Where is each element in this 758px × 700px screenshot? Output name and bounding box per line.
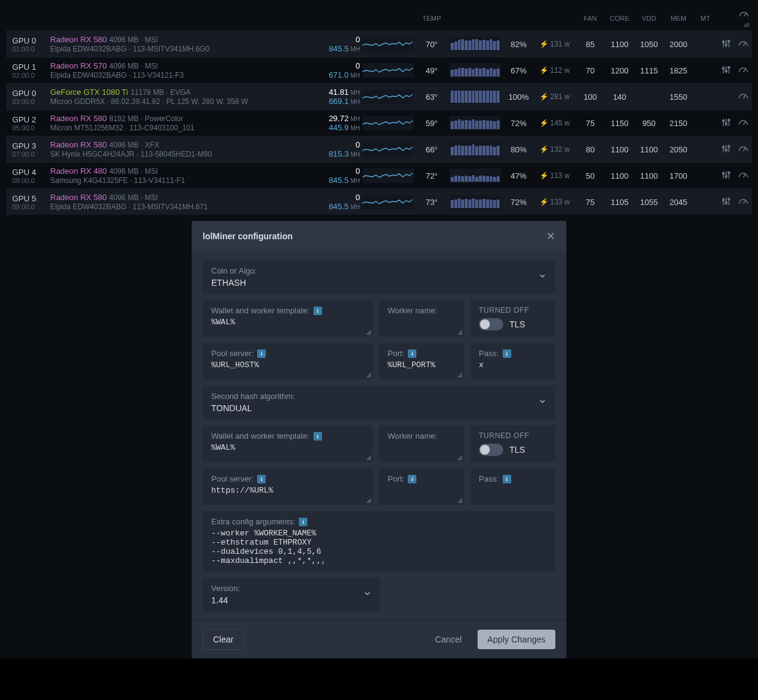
gpu-row[interactable]: GPU 3 07:00.0 Radeon RX 580 4096 MB · XF…	[6, 136, 752, 162]
tune-icon[interactable]	[718, 196, 735, 209]
info-icon[interactable]: i	[313, 307, 322, 315]
pool-server-field-2[interactable]: Pool server:i https://%URL%	[203, 468, 373, 505]
pass-field-1[interactable]: Pass:i x	[470, 343, 555, 379]
second-algo-select[interactable]: Second hash algorithm: TONDUAL	[203, 385, 555, 419]
gpu-meta: 4096 MB · XFX	[110, 141, 159, 149]
gpu-vdd: 1055	[634, 198, 664, 207]
tls-switch-2[interactable]	[479, 444, 503, 456]
gpu-meta: 4096 MB · MSI	[110, 35, 158, 44]
chevron-down-icon	[538, 272, 547, 282]
svg-point-21	[728, 119, 730, 121]
svg-point-5	[726, 43, 727, 45]
svg-point-20	[726, 122, 727, 124]
gpu-id: GPU 5	[6, 194, 50, 203]
dialog-title: lolMiner configuration	[203, 231, 293, 241]
load-bars	[449, 37, 501, 51]
hashrate-1: 41.81	[329, 88, 349, 97]
gpu-bus: 02:00.0	[6, 72, 50, 79]
info-icon[interactable]: i	[313, 432, 322, 441]
gpu-model: Radeon RX 580	[50, 193, 107, 202]
gpu-bus: 03:00.0	[6, 98, 50, 105]
temp-sparkline	[362, 168, 414, 183]
info-icon[interactable]: i	[257, 475, 266, 483]
svg-point-28	[728, 145, 730, 147]
gpu-bus: 05:00.0	[6, 124, 50, 132]
gpu-table-header: TEMP FAN CORE VDD MEM MT all	[6, 6, 752, 31]
version-select[interactable]: Version: 1.44	[203, 578, 380, 611]
tune-icon[interactable]	[718, 169, 735, 182]
svg-line-43	[743, 200, 746, 203]
gpu-row[interactable]: GPU 1 02:00.0 Radeon RX 570 4096 MB · MS…	[6, 57, 752, 83]
tls-switch-1[interactable]	[479, 318, 503, 330]
pass-field-2[interactable]: Pass:i	[470, 468, 555, 505]
svg-point-40	[722, 199, 724, 201]
worker-name-field-2[interactable]: Worker name:	[379, 425, 464, 462]
tune-icon[interactable]	[718, 38, 735, 51]
tune-icon[interactable]	[718, 117, 735, 130]
port-field-1[interactable]: Port:i %URL_PORT%	[379, 343, 464, 379]
overclock-icon[interactable]	[735, 38, 752, 51]
miner-config-dialog: lolMiner configuration ✕ Coin or Algo: E…	[192, 221, 566, 658]
svg-point-33	[722, 173, 724, 174]
svg-point-6	[728, 40, 730, 42]
gpu-meta: 4096 MB · MSI	[110, 193, 158, 202]
overclock-icon[interactable]	[735, 91, 752, 103]
gpu-table: TEMP FAN CORE VDD MEM MT all GPU 0 01:00…	[0, 0, 758, 221]
pool-server-field-1[interactable]: Pool server:i %URL_HOST%	[203, 343, 373, 379]
wallet-template-field-2[interactable]: Wallet and worker template:i %WAL%	[203, 425, 373, 462]
overclock-icon[interactable]	[735, 196, 752, 209]
clear-button[interactable]: Clear	[203, 629, 244, 650]
gpu-mem: 1825	[664, 66, 693, 75]
gpu-row[interactable]: GPU 4 08:00.0 Radeon RX 480 4096 MB · MS…	[6, 162, 752, 188]
gpu-row[interactable]: GPU 0 03:00.0 GeForce GTX 1080 Ti 11178 …	[6, 83, 752, 110]
gpu-row[interactable]: GPU 2 05:00.0 Radeon RX 580 8192 MB · Po…	[6, 110, 752, 136]
overclock-all-button[interactable]: all	[735, 9, 752, 28]
gpu-model: Radeon RX 580	[50, 140, 107, 149]
gpu-meta: 8192 MB · PowerColor	[110, 114, 184, 123]
extra-args-field[interactable]: Extra config arguments:i --worker %WORKE…	[203, 511, 555, 572]
second-algo-label: Second hash algorithm:	[211, 392, 295, 401]
info-icon[interactable]: i	[408, 349, 416, 358]
temp-sparkline	[362, 37, 414, 51]
load-bars	[449, 142, 501, 157]
overclock-icon[interactable]	[735, 117, 752, 130]
gpu-id: GPU 1	[6, 62, 50, 72]
gpu-mem: 1550	[664, 92, 693, 102]
info-icon[interactable]: i	[408, 475, 416, 483]
info-icon[interactable]: i	[299, 518, 307, 526]
tune-icon[interactable]	[718, 64, 735, 77]
overclock-icon[interactable]	[735, 64, 752, 77]
apply-button[interactable]: Apply Changes	[478, 630, 555, 649]
info-icon[interactable]: i	[503, 475, 511, 483]
gpu-power: ⚡113 w	[534, 171, 576, 180]
gpu-row[interactable]: GPU 5 09:00.0 Radeon RX 580 4096 MB · MS…	[6, 188, 752, 215]
gpu-power: ⚡145 w	[534, 119, 576, 127]
gpu-load: 47%	[503, 171, 534, 181]
port-field-2[interactable]: Port:i	[379, 468, 464, 505]
load-bars	[449, 195, 501, 209]
gpu-load: 67%	[503, 66, 534, 75]
overclock-icon[interactable]	[735, 169, 752, 182]
gpu-load: 72%	[503, 119, 534, 128]
gpu-row[interactable]: GPU 0 01:00.0 Radeon RX 580 4096 MB · MS…	[6, 31, 752, 57]
hashrate-1: 0	[356, 140, 360, 149]
close-icon[interactable]: ✕	[546, 229, 555, 243]
gpu-model: GeForce GTX 1080 Ti	[50, 88, 128, 97]
gpu-model: Radeon RX 580	[50, 35, 107, 44]
worker-name-field-1[interactable]: Worker name:	[379, 300, 464, 337]
info-icon[interactable]: i	[503, 349, 511, 358]
svg-line-36	[743, 174, 746, 177]
coin-algo-select[interactable]: Coin or Algo: ETHASH	[203, 260, 555, 294]
cancel-button[interactable]: Cancel	[425, 630, 471, 649]
gpu-load: 80%	[503, 145, 534, 154]
info-icon[interactable]: i	[257, 349, 266, 358]
tune-icon[interactable]	[718, 143, 735, 156]
gpu-temp: 66°	[416, 145, 447, 154]
gpu-chip: Elpida EDW4032BABG · 113-MSITV341MH.671	[50, 203, 316, 211]
temp-sparkline	[362, 116, 414, 130]
svg-point-27	[726, 149, 727, 151]
overclock-icon[interactable]	[735, 143, 752, 156]
wallet-template-field-1[interactable]: Wallet and worker template:i %WAL%	[203, 300, 373, 337]
col-temp: TEMP	[416, 15, 447, 22]
gpu-power: ⚡281 w	[534, 92, 576, 101]
